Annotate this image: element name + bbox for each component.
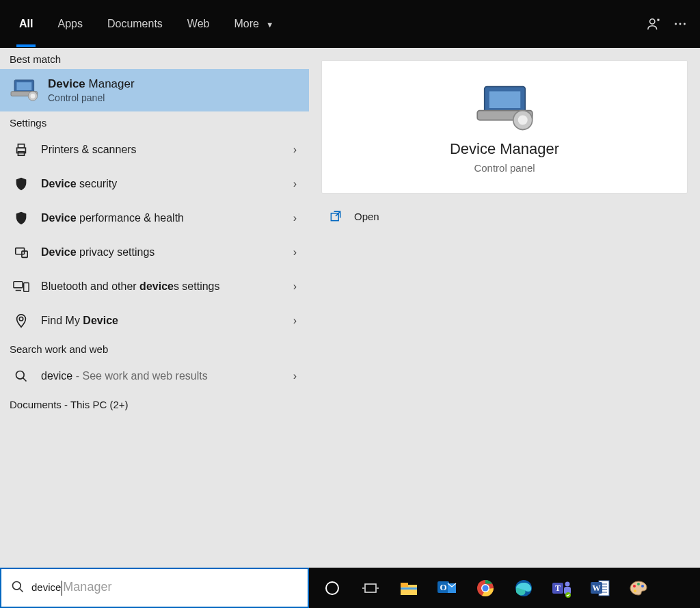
result-label: Device privacy settings (41, 246, 282, 259)
svg-point-49 (633, 585, 636, 587)
tab-web[interactable]: Web (175, 9, 222, 39)
svg-rect-11 (18, 152, 24, 156)
taskbar-teams[interactable]: T (544, 572, 580, 605)
result-device-performance[interactable]: Device performance & health › (0, 201, 309, 235)
taskbar-chrome[interactable] (468, 572, 503, 605)
device-manager-icon (477, 84, 532, 128)
shield-icon (12, 209, 30, 227)
tab-more[interactable]: More ▼ (221, 9, 286, 39)
taskbar-file-explorer[interactable] (391, 572, 427, 605)
chevron-right-icon: › (293, 144, 297, 156)
tab-all[interactable]: All (7, 9, 45, 39)
svg-point-1 (675, 23, 677, 25)
section-settings: Settings (0, 111, 309, 133)
svg-point-8 (31, 94, 36, 98)
action-label: Open (354, 211, 379, 222)
printer-icon (12, 141, 30, 159)
bottom-bar: deviceManager O T W (0, 568, 700, 608)
svg-point-17 (16, 371, 25, 380)
svg-rect-15 (24, 282, 29, 291)
svg-point-52 (634, 590, 636, 592)
search-filter-bar: All Apps Documents Web More ▼ (0, 0, 700, 48)
chevron-right-icon: › (293, 178, 297, 190)
result-device-manager[interactable]: Device Manager Control panel (0, 69, 309, 111)
preview-card: Device Manager Control panel (321, 60, 688, 194)
result-label: Printers & scanners (41, 144, 282, 156)
result-label: device - See work and web results (41, 370, 282, 382)
svg-text:T: T (555, 583, 561, 593)
svg-point-22 (518, 116, 528, 125)
chevron-down-icon: ▼ (266, 21, 273, 29)
svg-point-39 (565, 581, 570, 586)
result-label: Find My Device (41, 315, 282, 327)
search-text: deviceManager (31, 580, 111, 596)
open-icon (328, 209, 343, 224)
result-label: Bluetooth and other devices settings (41, 280, 282, 293)
svg-point-51 (641, 585, 644, 587)
section-documents: Documents - This PC (2+) (0, 393, 309, 414)
result-title: Device Manager (48, 77, 135, 91)
result-label: Device performance & health (41, 212, 282, 224)
taskbar: O T W (309, 568, 700, 608)
svg-point-25 (326, 582, 338, 594)
svg-rect-19 (489, 92, 521, 109)
taskbar-paint[interactable] (621, 572, 656, 605)
preview-panel: Device Manager Control panel Open (309, 48, 700, 568)
results-panel: Best match Device Manager Control panel … (0, 48, 309, 568)
svg-rect-14 (14, 282, 23, 288)
chevron-right-icon: › (293, 315, 297, 327)
taskbar-outlook[interactable]: O (429, 572, 465, 605)
devices-icon (12, 278, 30, 295)
result-label: Device security (41, 178, 282, 190)
tab-apps[interactable]: Apps (45, 9, 94, 39)
result-device-security[interactable]: Device security › (0, 167, 309, 201)
result-web-search[interactable]: device - See work and web results › (0, 359, 309, 393)
svg-point-0 (650, 19, 655, 24)
svg-rect-28 (401, 583, 408, 587)
taskbar-edge[interactable] (506, 572, 541, 605)
action-open[interactable]: Open (309, 199, 700, 233)
more-options-icon[interactable] (667, 11, 693, 37)
result-find-my-device[interactable]: Find My Device › (0, 304, 309, 338)
preview-subtitle: Control panel (474, 162, 535, 174)
shield-icon (12, 175, 30, 193)
svg-rect-26 (365, 584, 376, 592)
svg-rect-29 (401, 587, 417, 590)
chevron-right-icon: › (293, 246, 297, 259)
location-icon (12, 312, 30, 330)
search-filter-tabs: All Apps Documents Web More ▼ (7, 9, 286, 39)
chevron-right-icon: › (293, 280, 297, 293)
svg-point-3 (684, 23, 686, 25)
chevron-right-icon: › (293, 370, 297, 382)
taskbar-cortana[interactable] (314, 572, 350, 605)
result-subtitle: Control panel (48, 92, 135, 103)
svg-point-35 (483, 585, 489, 591)
device-manager-icon (12, 77, 38, 103)
svg-rect-10 (18, 144, 24, 148)
result-printers-scanners[interactable]: Printers & scanners › (0, 133, 309, 167)
tab-documents[interactable]: Documents (95, 9, 175, 39)
preview-title: Device Manager (450, 140, 559, 158)
feedback-icon[interactable] (641, 11, 667, 37)
svg-point-2 (679, 23, 682, 25)
result-bluetooth-devices[interactable]: Bluetooth and other devices settings › (0, 269, 309, 304)
svg-point-16 (19, 317, 23, 321)
privacy-icon (12, 243, 30, 261)
section-search-work-web: Search work and web (0, 338, 309, 359)
svg-point-24 (13, 582, 21, 590)
taskbar-task-view[interactable] (353, 572, 388, 605)
result-device-privacy[interactable]: Device privacy settings › (0, 235, 309, 269)
svg-point-50 (637, 583, 640, 585)
svg-text:O: O (440, 582, 446, 592)
svg-text:W: W (593, 583, 601, 593)
section-best-match: Best match (0, 48, 309, 69)
search-box[interactable]: deviceManager (0, 568, 309, 608)
svg-rect-5 (16, 82, 31, 90)
chevron-right-icon: › (293, 212, 297, 224)
search-icon (12, 367, 30, 385)
tab-more-label: More (234, 18, 258, 29)
search-icon (11, 580, 25, 596)
taskbar-word[interactable]: W (582, 572, 618, 605)
